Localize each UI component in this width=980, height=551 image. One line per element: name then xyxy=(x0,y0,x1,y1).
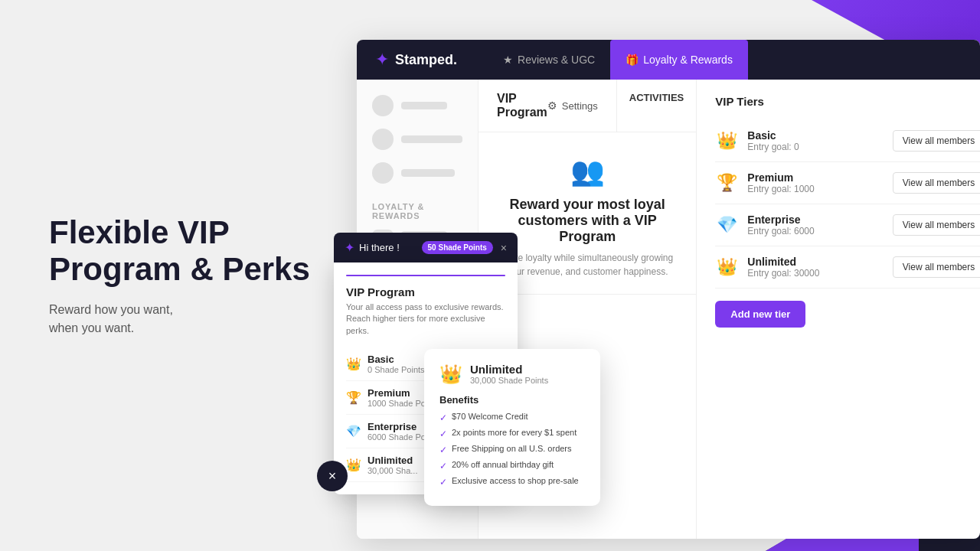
benefit-text-4: 20% off annual birthday gift xyxy=(452,460,554,469)
benefit-item-4: ✓ 20% off annual birthday gift xyxy=(439,460,585,471)
close-button[interactable]: × xyxy=(317,461,348,491)
app-logo: ✦ Stamped. xyxy=(375,50,457,70)
vip-program-title: VIP Program xyxy=(497,92,547,119)
widget-unlimited-pts: 30,000 Sha... xyxy=(368,466,417,475)
hero-heading: Flexible VIP Program & Perks xyxy=(49,214,310,289)
tier-info-unlimited: 👑 Unlimited Entry goal: 30000 xyxy=(715,256,819,279)
tier-info-premium: 🏆 Premium Entry goal: 1000 xyxy=(715,171,814,194)
skeleton-circle-3 xyxy=(372,162,394,184)
activities-tab[interactable]: ACTIVITIES xyxy=(617,80,697,132)
logo-text: Stamped. xyxy=(395,52,457,68)
sidebar-skeleton-3 xyxy=(372,162,462,184)
tier-info-enterprise: 💎 Enterprise Entry goal: 6000 xyxy=(715,214,814,236)
logo-icon: ✦ xyxy=(375,50,389,70)
unlimited-tier-name: Unlimited xyxy=(747,256,819,268)
vip-tiers-title: VIP Tiers xyxy=(715,95,980,108)
benefit-text-5: Exclusive access to shop pre-sale xyxy=(452,476,579,485)
view-members-unlimited-button[interactable]: View all members xyxy=(893,256,980,278)
widget-unlimited-icon: 👑 xyxy=(346,458,361,472)
check-icon-3: ✓ xyxy=(439,445,447,455)
nav-item-loyalty[interactable]: 🎁 Loyalty & Rewards xyxy=(610,40,748,80)
nav-items: ★ Reviews & UGC 🎁 Loyalty & Rewards xyxy=(488,40,962,80)
tier-row-basic: 👑 Basic Entry goal: 0 View all members xyxy=(715,120,980,162)
vip-header-row: VIP Program ⚙ Settings ACTIVITIES xyxy=(479,80,696,132)
skeleton-line-2 xyxy=(401,135,462,143)
unlimited-popup-card: 👑 Unlimited 30,000 Shade Points Benefits… xyxy=(424,349,600,506)
widget-basic-pts: 0 Shade Points xyxy=(368,365,425,374)
settings-label: Settings xyxy=(562,100,598,112)
benefit-item-2: ✓ 2x points more for every $1 spent xyxy=(439,428,585,439)
subtext-line2: when you want. xyxy=(49,321,134,334)
unlimited-popup-icon: 👑 xyxy=(439,364,462,385)
enterprise-tier-name: Enterprise xyxy=(747,214,814,226)
enterprise-tier-goal: Entry goal: 6000 xyxy=(747,226,814,236)
skeleton-line-3 xyxy=(401,169,455,177)
vip-title-area: VIP Program ⚙ Settings xyxy=(479,80,617,132)
widget-greeting: Hi there ! xyxy=(359,242,400,253)
sidebar-skeleton-1 xyxy=(372,95,462,116)
check-icon-4: ✓ xyxy=(439,461,447,471)
widget-unlimited-name: Unlimited xyxy=(368,455,417,466)
check-icon-5: ✓ xyxy=(439,477,447,487)
nav-bar: ✦ Stamped. ★ Reviews & UGC 🎁 Loyalty & R… xyxy=(357,40,980,80)
sidebar-section-label: LOYALTY & REWARDS xyxy=(372,202,462,220)
widget-enterprise-icon: 💎 xyxy=(346,424,361,439)
widget-divider xyxy=(346,275,505,276)
tier-row-unlimited: 👑 Unlimited Entry goal: 30000 View all m… xyxy=(715,246,980,289)
star-icon: ★ xyxy=(503,54,513,66)
loyalty-label: Loyalty & Rewards xyxy=(643,54,733,66)
widget-basic-name: Basic xyxy=(368,354,425,365)
heading-line1: Flexible VIP xyxy=(49,214,230,250)
skeleton-circle-2 xyxy=(372,129,394,150)
tier-row-enterprise: 💎 Enterprise Entry goal: 6000 View all m… xyxy=(715,204,980,246)
gift-icon: 🎁 xyxy=(626,54,639,66)
hero-subtext: Reward how you want, when you want. xyxy=(49,301,310,337)
sidebar-skeleton-2 xyxy=(372,129,462,150)
vip-hero-title: Reward your most loyal customers with a … xyxy=(494,197,681,245)
basic-crown-icon: 👑 xyxy=(715,131,738,151)
basic-tier-name: Basic xyxy=(747,129,799,142)
check-icon-2: ✓ xyxy=(439,429,447,439)
skeleton-line-1 xyxy=(401,102,447,109)
benefit-text-1: $70 Welcome Credit xyxy=(452,412,528,421)
add-new-tier-button[interactable]: Add new tier xyxy=(715,301,805,328)
premium-tier-goal: Entry goal: 1000 xyxy=(747,184,814,194)
widget-premium-icon: 🏆 xyxy=(346,390,361,405)
gear-icon: ⚙ xyxy=(547,99,557,112)
view-members-enterprise-button[interactable]: View all members xyxy=(893,214,980,236)
vip-hero-icon: 👥 xyxy=(494,155,681,187)
nav-item-reviews[interactable]: ★ Reviews & UGC xyxy=(488,40,610,80)
premium-trophy-icon: 🏆 xyxy=(715,173,738,193)
tier-info-basic: 👑 Basic Entry goal: 0 xyxy=(715,129,799,152)
widget-program-title: VIP Program xyxy=(346,285,505,298)
benefit-item-5: ✓ Exclusive access to shop pre-sale xyxy=(439,476,585,487)
widget-close-icon[interactable]: × xyxy=(501,242,507,254)
check-icon-1: ✓ xyxy=(439,412,447,423)
widget-header: ✦ Hi there ! 50 Shade Points × xyxy=(334,233,518,262)
unlimited-tier-goal: Entry goal: 30000 xyxy=(747,268,819,279)
unlimited-popup-header: 👑 Unlimited 30,000 Shade Points xyxy=(439,363,585,385)
premium-tier-name: Premium xyxy=(747,171,814,184)
view-members-basic-button[interactable]: View all members xyxy=(893,130,980,152)
heading-line2: Program & Perks xyxy=(49,251,310,287)
benefit-text-2: 2x points more for every $1 spent xyxy=(452,428,577,437)
reviews-label: Reviews & UGC xyxy=(518,54,595,66)
vip-hero-desc: Drive loyalty while simultaneously growi… xyxy=(495,251,679,279)
view-members-premium-button[interactable]: View all members xyxy=(893,172,980,194)
widget-logo-icon: ✦ xyxy=(345,240,354,255)
unlimited-popup-title: Unlimited xyxy=(470,363,548,376)
widget-logo: ✦ Hi there ! xyxy=(345,240,400,255)
widget-program-desc: Your all access pass to exclusive reward… xyxy=(346,302,505,337)
widget-tier-unlimited-left: 👑 Unlimited 30,000 Sha... xyxy=(346,455,417,475)
benefit-item-3: ✓ Free Shipping on all U.S. orders xyxy=(439,444,585,455)
settings-button[interactable]: ⚙ Settings xyxy=(547,99,598,112)
vip-tiers-panel: VIP Tiers 👑 Basic Entry goal: 0 View all… xyxy=(697,80,980,539)
benefit-text-3: Free Shipping on all U.S. orders xyxy=(452,444,572,453)
widget-basic-icon: 👑 xyxy=(346,357,361,371)
left-hero-section: Flexible VIP Program & Perks Reward how … xyxy=(49,214,310,337)
widget-points-badge: 50 Shade Points xyxy=(422,241,493,254)
widget-header-right: 50 Shade Points × xyxy=(422,241,507,254)
subtext-line1: Reward how you want, xyxy=(49,303,173,316)
unlimited-popup-pts: 30,000 Shade Points xyxy=(470,376,548,385)
enterprise-diamond-icon: 💎 xyxy=(715,215,738,235)
